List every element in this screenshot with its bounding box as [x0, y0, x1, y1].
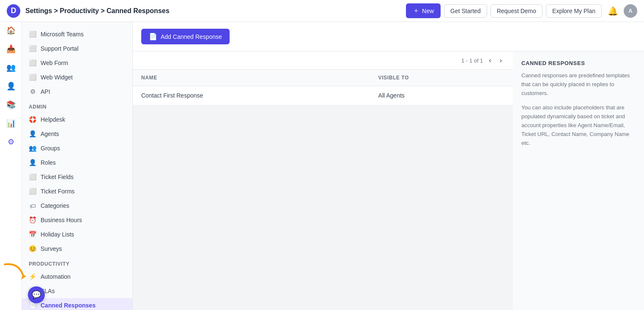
nav-ticket-fields[interactable]: ⬜ Ticket Fields — [22, 170, 132, 184]
info-sidebar-title: CANNED RESPONSES — [521, 60, 636, 66]
new-label: New — [422, 8, 434, 14]
productivity-section-label: Productivity — [22, 256, 132, 269]
holiday-lists-icon: 📅 — [29, 231, 36, 238]
avatar[interactable]: A — [624, 4, 637, 18]
nav-helpdesk[interactable]: 🛟 Helpdesk — [22, 112, 132, 127]
sidebar-contacts-icon[interactable]: 👥 — [3, 59, 19, 76]
plus-icon: ＋ — [413, 6, 419, 15]
groups-icon: 👥 — [29, 144, 36, 152]
nav-agents[interactable]: 👤 Agents — [22, 127, 132, 141]
web-widget-icon: ⬜ — [29, 73, 36, 81]
main-content: 📄 Add Canned Response 1 - 1 of 1 ‹ › NAM… — [133, 22, 644, 310]
sidebar-reports-icon[interactable]: 📊 — [3, 115, 19, 132]
nav-api[interactable]: ⚙ API — [22, 84, 132, 99]
nav-automation[interactable]: ⚡ Automation — [22, 269, 132, 284]
automation-icon: ⚡ — [29, 273, 36, 280]
get-started-button[interactable]: Get Started — [444, 4, 487, 18]
nav-groups[interactable]: 👥 Groups — [22, 141, 132, 155]
api-icon: ⚙ — [29, 88, 36, 95]
table-row[interactable]: Contact First ResponseAll Agents — [133, 86, 513, 105]
nav-roles[interactable]: 👤 Roles — [22, 155, 132, 170]
helpdesk-icon: 🛟 — [29, 116, 36, 123]
breadcrumb: Settings > Productivity > Canned Respons… — [25, 7, 401, 15]
nav-holiday-lists[interactable]: 📅 Holiday Lists — [22, 227, 132, 242]
chat-bubble-button[interactable]: 💬 — [28, 286, 45, 303]
nav-business-hours[interactable]: ⏰ Business Hours — [22, 213, 132, 227]
roles-icon: 👤 — [29, 159, 36, 166]
ticket-fields-icon: ⬜ — [29, 173, 36, 181]
support-portal-icon: ⬜ — [29, 45, 36, 52]
agents-nav-icon: 👤 — [29, 130, 36, 138]
sidebar-knowledge-icon[interactable]: 📚 — [3, 96, 19, 113]
canned-responses-table: NAME VISIBLE TO Contact First ResponseAl… — [133, 70, 513, 105]
nav-web-widget[interactable]: ⬜ Web Widget — [22, 70, 132, 84]
surveys-icon: 😊 — [29, 245, 36, 253]
admin-section-label: Admin — [22, 99, 132, 112]
ticket-forms-icon: ⬜ — [29, 188, 36, 195]
table-scroll: NAME VISIBLE TO Contact First ResponseAl… — [133, 70, 513, 310]
microsoft-teams-icon: ⬜ — [29, 30, 36, 38]
col-visible-to-header: VISIBLE TO — [370, 70, 513, 86]
topbar-actions: ＋ New Get Started Request Demo Explore M… — [406, 3, 637, 19]
request-demo-button[interactable]: Request Demo — [491, 4, 543, 18]
nav-ticket-forms[interactable]: ⬜ Ticket Forms — [22, 184, 132, 199]
logo[interactable]: D — [7, 4, 20, 18]
nav-web-form[interactable]: ⬜ Web Form — [22, 56, 132, 70]
nav-support-portal[interactable]: ⬜ Support Portal — [22, 41, 132, 56]
sidebar-inbox-icon[interactable]: 📥 — [3, 41, 19, 57]
topbar: D Settings > Productivity > Canned Respo… — [0, 0, 644, 22]
table-section: 1 - 1 of 1 ‹ › NAME VISIBLE TO Contact F… — [133, 52, 513, 310]
next-page-button[interactable]: › — [497, 56, 504, 65]
info-sidebar-text2: You can also include placeholders that a… — [521, 103, 636, 147]
col-name-header: NAME — [133, 70, 370, 86]
sidebar-agents-icon[interactable]: 👤 — [3, 78, 19, 95]
document-icon: 📄 — [149, 33, 157, 41]
categories-icon: 🏷 — [29, 202, 36, 209]
sidebar-settings-icon[interactable]: ⚙ — [3, 133, 19, 150]
nav-microsoft-teams[interactable]: ⬜ Microsoft Teams — [22, 27, 132, 41]
sidebar-home-icon[interactable]: 🏠 — [3, 22, 19, 39]
nav-surveys[interactable]: 😊 Surveys — [22, 242, 132, 256]
pagination-bar: 1 - 1 of 1 ‹ › — [133, 52, 513, 70]
notifications-icon[interactable]: 🔔 — [605, 3, 620, 19]
add-canned-response-button[interactable]: 📄 Add Canned Response — [141, 29, 230, 44]
pagination-text: 1 - 1 of 1 — [461, 57, 483, 64]
left-nav: ⬜ Microsoft Teams ⬜ Support Portal ⬜ Web… — [22, 0, 133, 310]
new-button[interactable]: ＋ New — [406, 3, 441, 18]
web-form-icon: ⬜ — [29, 59, 36, 67]
prev-page-button[interactable]: ‹ — [486, 56, 493, 65]
info-sidebar: CANNED RESPONSES Canned responses are pr… — [513, 52, 644, 310]
add-canned-response-label: Add Canned Response — [161, 33, 222, 40]
explore-plan-button[interactable]: Explore My Plan — [546, 4, 602, 18]
row-name: Contact First Response — [133, 86, 370, 105]
row-visible-to: All Agents — [370, 86, 513, 105]
business-hours-icon: ⏰ — [29, 216, 36, 224]
icon-sidebar: 🏠 📥 👥 👤 📚 📊 ⚙ — [0, 0, 22, 310]
nav-categories[interactable]: 🏷 Categories — [22, 199, 132, 213]
info-sidebar-text1: Canned responses are predefined template… — [521, 71, 636, 98]
content-header: 📄 Add Canned Response — [133, 22, 644, 52]
table-info-area: 1 - 1 of 1 ‹ › NAME VISIBLE TO Contact F… — [133, 52, 644, 310]
